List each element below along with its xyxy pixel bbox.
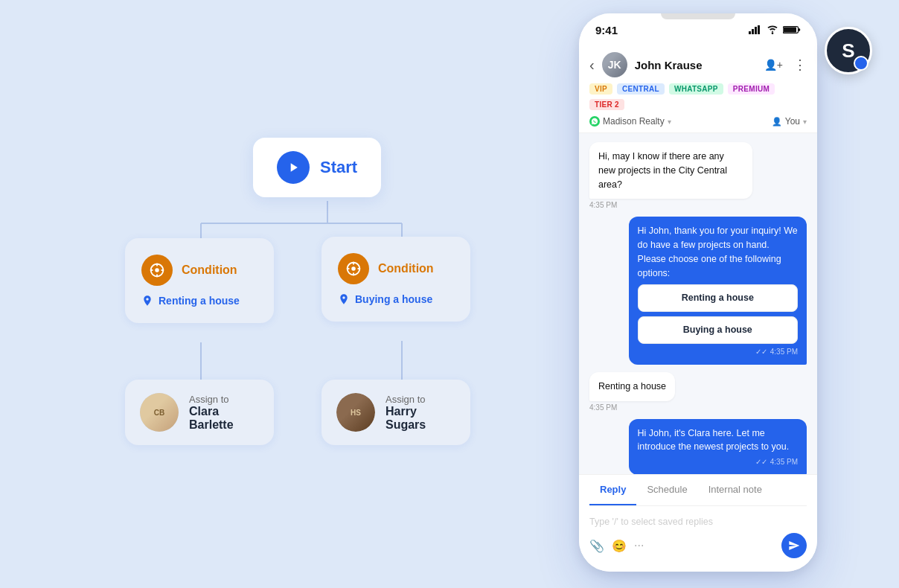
msg-text-4: Hi John, it's Clara here. Let me introdu…: [638, 428, 790, 453]
signal-icon: [749, 25, 762, 34]
msg-time-2: ✓✓ 4:35 PM: [638, 346, 798, 357]
message-outgoing-2: Hi John, thank you for your inquiry! We …: [629, 217, 807, 365]
tag-premium: PREMIUM: [728, 83, 775, 95]
reply-input-area: Type '/' to select saved replies 📎 😊 ···: [589, 506, 807, 572]
msg-time-3: 4:35 PM: [589, 403, 675, 412]
option-renting[interactable]: Renting a house: [638, 284, 798, 312]
svg-rect-18: [755, 27, 757, 34]
chat-header-top: ‹ JK John Krause 👤+ ⋮: [589, 52, 807, 77]
tag-whatsapp: WHATSAPP: [669, 83, 723, 95]
assign-text-right: Assign to Harry Sugars: [385, 394, 455, 432]
svg-point-20: [772, 32, 774, 34]
back-button[interactable]: ‹: [589, 57, 595, 74]
assign-name-left: Clara Barlette: [189, 405, 259, 432]
messages-area: Hi, may I know if there are any new proj…: [579, 133, 817, 474]
reply-toolbar: 📎 😊 ···: [589, 533, 807, 564]
more-tools-icon[interactable]: ···: [634, 539, 644, 553]
whatsapp-icon: [589, 116, 600, 127]
tag-central: CENTRAL: [617, 83, 665, 95]
reply-tools: 📎 😊 ···: [589, 539, 644, 553]
tag-vip: VIP: [589, 83, 612, 95]
condition-header-right: Condition: [338, 253, 452, 284]
condition-title-right: Condition: [378, 262, 434, 275]
phone-mockup: 9:41: [579, 13, 817, 572]
status-time: 9:41: [595, 24, 618, 36]
contact-name: John Krause: [635, 59, 703, 71]
message-incoming-3: Renting a house 4:35 PM: [589, 372, 675, 412]
start-node: Start: [253, 138, 381, 197]
status-icons: [749, 25, 801, 34]
condition-tag-text-right: Buying a house: [355, 293, 432, 305]
assignee-name: You: [785, 116, 800, 127]
avatar-initial: S: [842, 39, 854, 63]
condition-icon-right: [338, 253, 369, 284]
phone-notch: [661, 13, 735, 19]
svg-rect-23: [784, 28, 796, 33]
person-icon: 👤: [772, 117, 782, 127]
reply-bar: Reply Schedule Internal note Type '/' to…: [579, 474, 817, 572]
chat-header: ‹ JK John Krause 👤+ ⋮ VIP CENTRAL WHATSA…: [579, 46, 817, 133]
assign-name-right: Harry Sugars: [385, 405, 455, 432]
inbox-chevron[interactable]: ▾: [668, 118, 671, 126]
message-incoming-1: Hi, may I know if there are any new proj…: [589, 142, 752, 209]
inbox-name: Madison Realty: [603, 116, 665, 127]
assign-label-right: Assign to: [385, 394, 455, 405]
subheader-assignee[interactable]: 👤 You ▾: [772, 116, 807, 127]
phone-shell: 9:41: [579, 13, 817, 572]
header-actions: 👤+ ⋮: [764, 57, 807, 73]
start-label: Start: [320, 158, 357, 177]
condition-header-left: Condition: [141, 255, 256, 286]
user-avatar[interactable]: S: [825, 27, 872, 74]
add-contact-icon[interactable]: 👤+: [764, 59, 783, 71]
msg-text-2: Hi John, thank you for your inquiry! We …: [638, 226, 798, 278]
svg-rect-22: [799, 28, 801, 31]
condition-title-left: Condition: [182, 263, 237, 277]
msg-time-1: 4:35 PM: [589, 201, 752, 209]
header-left: ‹ JK John Krause: [589, 52, 703, 77]
reply-tabs: Reply Schedule Internal note: [589, 475, 807, 506]
bubble-outgoing-4: Hi John, it's Clara here. Let me introdu…: [629, 419, 807, 475]
condition-tag-left: Renting a house: [141, 295, 256, 307]
chat-tags: VIP CENTRAL WHATSAPP PREMIUM TIER 2: [589, 83, 807, 110]
attachment-icon[interactable]: 📎: [589, 539, 604, 553]
battery-icon: [783, 25, 801, 34]
condition-tag-text-left: Renting a house: [159, 295, 240, 307]
emoji-icon[interactable]: 😊: [612, 539, 627, 553]
more-options-icon[interactable]: ⋮: [793, 57, 807, 73]
start-icon: [277, 151, 310, 184]
msg-text-1: Hi, may I know if there are any new proj…: [598, 151, 727, 190]
condition-node-right[interactable]: Condition Buying a house: [321, 237, 470, 322]
reply-placeholder[interactable]: Type '/' to select saved replies: [589, 514, 807, 533]
bubble-incoming-3: Renting a house: [589, 372, 675, 401]
send-button[interactable]: [781, 533, 807, 558]
tab-schedule[interactable]: Schedule: [636, 475, 697, 505]
flow-diagram: Start Condition Renting a house Conditio…: [0, 0, 491, 588]
option-buying[interactable]: Buying a house: [638, 316, 798, 344]
msg-time-4: ✓✓ 4:35 PM: [638, 456, 798, 467]
svg-rect-16: [749, 31, 751, 34]
condition-node-left[interactable]: Condition Renting a house: [125, 238, 274, 323]
message-outgoing-4: Hi John, it's Clara here. Let me introdu…: [629, 419, 807, 475]
assign-label-left: Assign to: [189, 394, 259, 405]
subheader-inbox[interactable]: Madison Realty ▾: [589, 116, 671, 127]
condition-icon-left: [141, 255, 173, 286]
svg-point-11: [351, 266, 356, 271]
tab-reply[interactable]: Reply: [589, 475, 636, 505]
contact-avatar: JK: [602, 52, 627, 77]
svg-point-6: [155, 268, 159, 272]
bubble-outgoing-2: Hi John, thank you for your inquiry! We …: [629, 217, 807, 365]
bubble-incoming-1: Hi, may I know if there are any new proj…: [589, 142, 752, 199]
assign-avatar-right: HS: [336, 393, 375, 432]
assign-avatar-left: CB: [140, 393, 179, 432]
assign-node-right[interactable]: HS Assign to Harry Sugars: [321, 380, 470, 445]
tab-internal-note[interactable]: Internal note: [698, 475, 772, 505]
chat-subheader: Madison Realty ▾ 👤 You ▾: [589, 116, 807, 127]
svg-rect-17: [752, 29, 754, 34]
assign-text-left: Assign to Clara Barlette: [189, 394, 259, 432]
svg-rect-19: [758, 25, 760, 34]
tag-tier2: TIER 2: [589, 99, 624, 110]
assign-node-left[interactable]: CB Assign to Clara Barlette: [125, 380, 274, 445]
msg-text-3: Renting a house: [598, 381, 666, 392]
wifi-icon: [767, 25, 778, 34]
assignee-chevron[interactable]: ▾: [803, 118, 807, 126]
